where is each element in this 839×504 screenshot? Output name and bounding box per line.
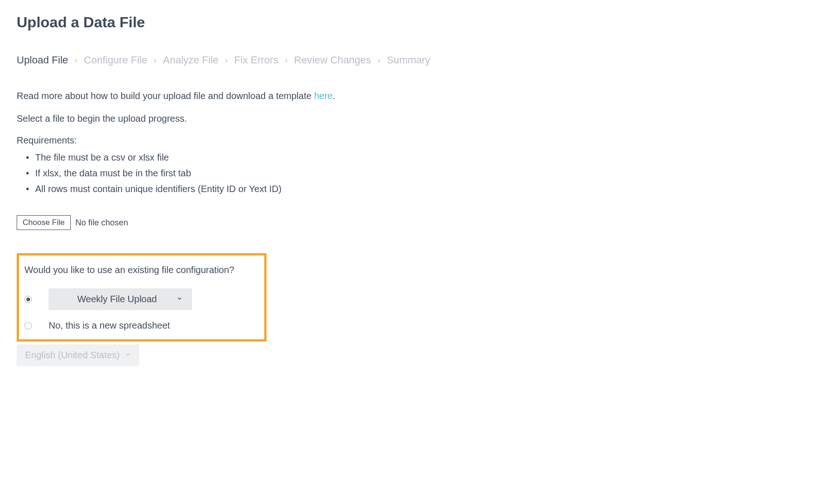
chevron-down-icon <box>176 295 183 304</box>
chevron-down-icon <box>124 351 131 360</box>
radio-row-existing: Weekly File Upload <box>25 288 259 310</box>
language-dropdown[interactable]: English (United States) <box>17 344 139 366</box>
radio-existing-config[interactable] <box>25 296 32 303</box>
template-link[interactable]: here <box>314 91 333 101</box>
language-selected-label: English (United States) <box>25 350 120 361</box>
requirement-item: If xlsx, the data must be in the first t… <box>35 165 822 181</box>
config-question: Would you like to use an existing file c… <box>25 265 259 275</box>
choose-file-button[interactable]: Choose File <box>17 215 71 230</box>
radio-row-new: No, this is a new spreadsheet <box>25 320 259 331</box>
chevron-right-icon: › <box>225 56 228 65</box>
chevron-right-icon: › <box>285 56 287 65</box>
existing-config-dropdown[interactable]: Weekly File Upload <box>49 288 192 310</box>
file-picker: Choose File No file chosen <box>17 215 822 230</box>
requirement-item: All rows must contain unique identifiers… <box>35 181 822 197</box>
breadcrumb-step-upload-file[interactable]: Upload File <box>17 54 68 66</box>
breadcrumb-step-fix-errors: Fix Errors <box>234 54 278 66</box>
breadcrumb: Upload File › Configure File › Analyze F… <box>17 54 822 66</box>
requirements-list: The file must be a csv or xlsx file If x… <box>17 149 822 197</box>
breadcrumb-step-analyze-file: Analyze File <box>163 54 218 66</box>
intro-text: Read more about how to build your upload… <box>17 89 822 102</box>
intro-prefix: Read more about how to build your upload… <box>17 91 314 101</box>
select-file-text: Select a file to begin the upload progre… <box>17 113 822 124</box>
page-title: Upload a Data File <box>17 14 822 31</box>
radio-new-label: No, this is a new spreadsheet <box>49 320 170 331</box>
breadcrumb-step-review-changes: Review Changes <box>294 54 371 66</box>
chevron-right-icon: › <box>75 56 77 65</box>
breadcrumb-step-summary: Summary <box>387 54 430 66</box>
requirements-heading: Requirements: <box>17 135 822 146</box>
dropdown-selected-label: Weekly File Upload <box>58 294 176 305</box>
intro-suffix: . <box>333 91 336 101</box>
radio-new-spreadsheet[interactable] <box>25 322 32 330</box>
chevron-right-icon: › <box>378 56 380 65</box>
requirement-item: The file must be a csv or xlsx file <box>35 149 822 165</box>
file-status: No file chosen <box>75 218 128 228</box>
chevron-right-icon: › <box>154 56 156 65</box>
config-section: Would you like to use an existing file c… <box>17 253 267 342</box>
breadcrumb-step-configure-file: Configure File <box>84 54 147 66</box>
